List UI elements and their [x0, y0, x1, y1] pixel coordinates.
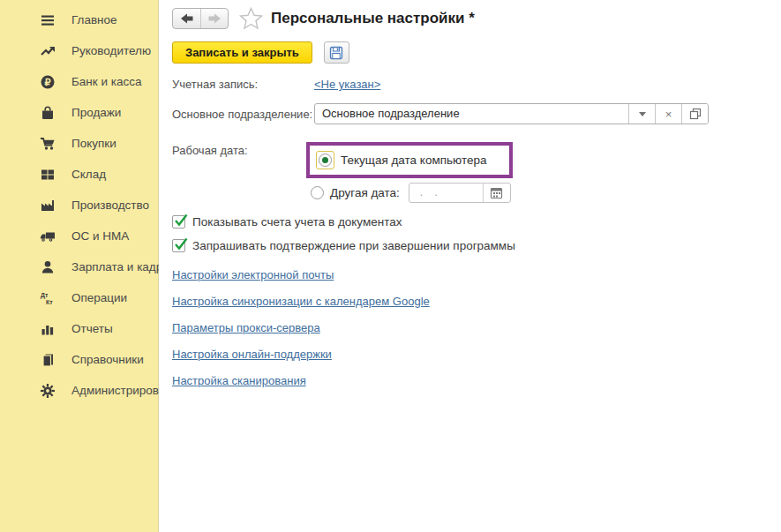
calendar-button[interactable]: [483, 184, 510, 202]
check-icon: [173, 213, 189, 229]
sidebar-item-label: Банк и касса: [71, 75, 142, 88]
sidebar-item-os-i-nma[interactable]: ОС и НМА: [0, 221, 158, 251]
grid-icon: [39, 167, 56, 183]
app-window: Главное Руководителю ₽ Банк и касса Прод…: [0, 0, 781, 532]
shopping-cart-icon: [39, 136, 56, 152]
current-date-radio[interactable]: [319, 154, 332, 167]
sidebar-item-label: Продажи: [71, 106, 121, 119]
open-list-button[interactable]: [681, 104, 708, 124]
sidebar-item-label: Справочники: [71, 353, 144, 366]
sidebar-item-label: Руководителю: [71, 44, 151, 57]
account-label: Учетная запись:: [172, 78, 314, 91]
scanning-settings-link[interactable]: Настройка сканирования: [172, 374, 306, 387]
save-button[interactable]: [324, 41, 349, 64]
back-button[interactable]: [173, 9, 200, 28]
factory-icon: [39, 198, 56, 214]
confirm-exit-row: Запрашивать подтверждение при завершении…: [172, 239, 781, 252]
date-value[interactable]: . .: [409, 184, 483, 202]
favorite-star-icon[interactable]: [239, 7, 263, 30]
arrow-right-icon: [207, 12, 222, 25]
google-calendar-sync-link[interactable]: Настройка синхронизации с календарем Goo…: [172, 295, 430, 308]
sidebar-item-label: Покупки: [71, 137, 116, 150]
open-form-icon: [689, 108, 702, 120]
show-accounts-row: Показывать счета учета в документах: [172, 215, 781, 229]
sidebar-item-sklad[interactable]: Склад: [0, 159, 158, 190]
sidebar-item-label: ОС и НМА: [71, 229, 129, 243]
account-row: Учетная запись: <Не указан>: [172, 78, 781, 91]
debit-credit-icon: ДтКт: [39, 290, 56, 306]
sidebar-item-label: Главное: [71, 13, 117, 26]
dropdown-button[interactable]: [628, 104, 655, 124]
sidebar-item-label: Производство: [71, 199, 149, 212]
ruble-coin-icon: ₽: [39, 74, 56, 90]
proxy-settings-link[interactable]: Параметры прокси-сервера: [172, 321, 320, 334]
sidebar-item-spravochniki[interactable]: Справочники: [0, 344, 158, 375]
sidebar-item-otchety[interactable]: Отчеты: [0, 313, 158, 344]
books-icon: [39, 352, 56, 368]
other-date-row: Другая дата: . .: [311, 183, 781, 203]
toolbar: Записать и закрыть: [172, 41, 781, 64]
settings-links: Настройки электронной почты Настройка си…: [172, 268, 781, 387]
sidebar-item-label: Отчеты: [71, 322, 113, 335]
person-icon: [39, 259, 56, 275]
department-combo[interactable]: Основное подразделение ×: [314, 103, 709, 124]
sidebar-item-administrirovanie[interactable]: Администрирование: [0, 375, 158, 406]
chevron-down-icon: [639, 112, 646, 116]
save-and-close-button[interactable]: Записать и закрыть: [172, 41, 312, 64]
page-header: Персональные настройки *: [172, 7, 781, 30]
department-label: Основное подразделение:: [172, 108, 314, 121]
svg-text:₽: ₽: [45, 76, 51, 86]
sidebar-item-zarplata-i-kadry[interactable]: Зарплата и кадры: [0, 251, 158, 282]
highlight-box: Текущая дата компьютера: [306, 142, 513, 178]
bar-chart-icon: [39, 321, 56, 337]
other-date-radio[interactable]: [311, 186, 324, 199]
sidebar-item-label: Операции: [71, 291, 127, 304]
sidebar-item-prodazhi[interactable]: Продажи: [0, 97, 158, 128]
show-accounts-checkbox[interactable]: [172, 215, 185, 229]
radio-focus-ring: [316, 151, 334, 169]
trend-up-icon: [39, 43, 56, 59]
sidebar-item-label: Зарплата и кадры: [71, 260, 171, 273]
show-accounts-label: Показывать счета учета в документах: [192, 215, 402, 229]
shopping-bag-icon: [39, 105, 56, 121]
sidebar-item-pokupki[interactable]: Покупки: [0, 128, 158, 159]
svg-text:Кт: Кт: [46, 299, 53, 305]
calendar-icon: [490, 186, 503, 199]
arrow-left-icon: [180, 12, 194, 25]
menu-icon: [39, 12, 56, 28]
history-nav: [172, 8, 229, 29]
date-input[interactable]: . .: [409, 183, 511, 203]
work-date-label: Рабочая дата:: [172, 144, 314, 157]
close-icon: ×: [665, 109, 672, 120]
svg-text:Дт: Дт: [41, 292, 49, 299]
truck-icon: [39, 229, 56, 244]
sidebar-item-label: Склад: [71, 168, 106, 181]
current-date-radio-label: Текущая дата компьютера: [341, 154, 486, 167]
sidebar-item-rukovoditelyu[interactable]: Руководителю: [0, 35, 158, 66]
confirm-exit-label: Запрашивать подтверждение при завершении…: [192, 239, 515, 252]
main-content: Персональные настройки * Записать и закр…: [159, 0, 781, 532]
check-icon: [173, 236, 189, 252]
account-link[interactable]: <Не указан>: [314, 78, 380, 91]
gear-icon: [39, 383, 56, 399]
other-date-radio-label: Другая дата:: [330, 186, 400, 199]
floppy-icon: [328, 45, 344, 61]
confirm-exit-checkbox[interactable]: [172, 239, 185, 252]
settings-form: Учетная запись: <Не указан> Основное под…: [172, 78, 781, 387]
email-settings-link[interactable]: Настройки электронной почты: [172, 268, 334, 281]
online-support-link[interactable]: Настройка онлайн-поддержки: [172, 348, 332, 361]
sidebar-item-proizvodstvo[interactable]: Производство: [0, 190, 158, 221]
sidebar: Главное Руководителю ₽ Банк и касса Прод…: [0, 0, 159, 532]
department-value[interactable]: Основное подразделение: [315, 104, 628, 124]
department-row: Основное подразделение: Основное подразд…: [172, 103, 781, 124]
sidebar-item-bank-i-kassa[interactable]: ₽ Банк и касса: [0, 66, 158, 97]
forward-button[interactable]: [200, 9, 228, 28]
sidebar-item-operacii[interactable]: ДтКт Операции: [0, 282, 158, 313]
page-title: Персональные настройки *: [271, 10, 475, 27]
clear-button[interactable]: ×: [655, 104, 681, 124]
sidebar-item-glavnoe[interactable]: Главное: [0, 4, 158, 35]
